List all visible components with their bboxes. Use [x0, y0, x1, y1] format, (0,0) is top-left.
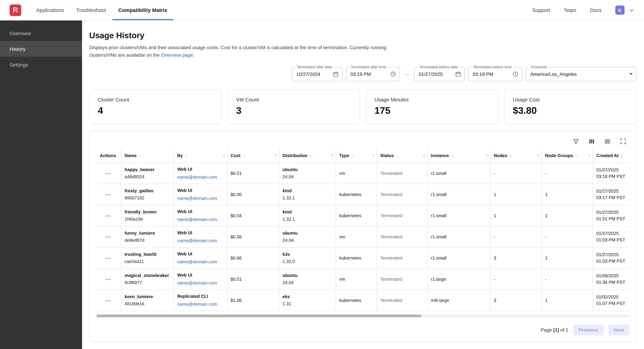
creator-email-link[interactable]: name@domain.com [177, 259, 217, 265]
column-header-cost[interactable]: Cost↑↓= [227, 148, 279, 163]
column-resize-icon[interactable]: = [331, 153, 334, 158]
overview-page-link[interactable]: Overview page [161, 52, 193, 57]
column-header-nodes[interactable]: Nodes↑↓= [490, 148, 542, 163]
column-header-node_groups[interactable]: Node Groups↑↓= [542, 148, 593, 163]
created-by: Web UI [177, 187, 224, 194]
nav-item-label: Compatibility Matrix [118, 7, 167, 13]
clock-icon[interactable] [390, 71, 396, 77]
creator-email-link[interactable]: name@domain.com [177, 195, 217, 202]
calendar-icon[interactable] [332, 71, 339, 77]
creator-email-link[interactable]: name@domain.com [177, 216, 217, 223]
nav-item-support[interactable]: Support [532, 7, 550, 13]
usage-history-table: ActionsName↑↓By↑↓=Cost↑↓=Distribution↑↓=… [96, 148, 629, 311]
created-time: 01:51 PM PST [596, 216, 629, 222]
field-label: Terminated after date [295, 65, 334, 69]
distribution-name: ubuntu [282, 230, 332, 237]
node-groups-count: - [545, 234, 546, 239]
nav-item-applications[interactable]: Applications [30, 0, 70, 20]
instance-type: r1.small [431, 171, 446, 176]
field-label: Terminated after time [349, 65, 388, 69]
distribution-name: ubuntu [282, 272, 332, 279]
filter-bar: Terminated after date 10/27/2024 Termina… [89, 67, 636, 81]
terminated-before-date-input[interactable]: Terminated before date 01/27/2025 [414, 67, 465, 81]
column-header-actions[interactable]: Actions [96, 148, 121, 163]
terminated-after-time-input[interactable]: Terminated after time 03:19 PM [346, 67, 400, 81]
row-actions-button[interactable]: ••• [106, 214, 112, 218]
scrollbar-thumb[interactable] [96, 315, 422, 317]
filter-icon[interactable] [572, 138, 580, 145]
column-resize-icon[interactable]: = [423, 153, 426, 158]
status-badge: Terminated [380, 277, 402, 282]
row-actions-button[interactable]: ••• [106, 192, 112, 197]
column-header-created_at[interactable]: Created At↓ [593, 148, 629, 163]
sidebar-item-history[interactable]: History [0, 41, 82, 57]
column-header-distribution[interactable]: Distribution↑↓= [279, 148, 336, 163]
column-header-status[interactable]: Status↑↓= [377, 148, 427, 163]
row-actions-button[interactable]: ••• [106, 256, 112, 260]
nav-item-docs[interactable]: Docs [590, 7, 602, 13]
node-groups-count: - [545, 277, 546, 282]
sidebar-item-settings[interactable]: Settings [0, 57, 82, 72]
replicated-logo[interactable]: R [10, 4, 21, 16]
creator-email-link[interactable]: name@domain.com [177, 301, 217, 308]
cluster-id: a48d9324 [124, 174, 170, 180]
fullscreen-icon[interactable] [620, 138, 626, 145]
next-page-button[interactable]: Next [608, 325, 629, 335]
horizontal-scrollbar[interactable] [96, 315, 629, 317]
terminated-after-date-input[interactable]: Terminated after date 10/27/2024 [292, 67, 342, 81]
cluster-id: 4819de16 [124, 301, 170, 307]
clock-icon[interactable] [512, 71, 518, 77]
creator-email-link[interactable]: name@domain.com [177, 280, 217, 287]
created-by: Web UI [177, 272, 224, 279]
user-menu[interactable]: K [615, 5, 634, 15]
stat-label: Cluster Count [98, 97, 213, 103]
pagination: Page [1] of 1 Previous Next [96, 325, 629, 335]
timezone-select[interactable]: Timezone America/Los_Angeles [526, 67, 636, 81]
cluster-id: fe3f8977 [124, 280, 170, 286]
nav-item-team[interactable]: Team [564, 7, 576, 13]
cluster-name: trusting_leavitt [124, 251, 170, 258]
cluster-id: cae5ea11 [124, 258, 170, 265]
status-badge: Terminated [380, 234, 402, 239]
terminated-before-time-input[interactable]: Terminated before time 03:19 PM [468, 67, 522, 81]
stat-value: $3.80 [513, 105, 628, 116]
column-resize-icon[interactable]: = [274, 153, 277, 158]
column-header-type[interactable]: Type↑↓= [336, 148, 377, 163]
column-resize-icon[interactable]: = [222, 153, 225, 158]
sidebar-item-overview[interactable]: Overview [0, 25, 82, 41]
row-actions-button[interactable]: ••• [106, 235, 112, 239]
column-resize-icon[interactable]: = [372, 153, 375, 158]
dropdown-caret-icon [629, 73, 633, 75]
creator-email-link[interactable]: name@domain.com [177, 238, 217, 244]
nav-item-compatibility-matrix[interactable]: Compatibility Matrix [112, 0, 174, 20]
cluster-id: de9ed87d [124, 237, 170, 244]
column-resize-icon[interactable]: = [537, 153, 540, 158]
nodes-count: 1 [494, 213, 496, 218]
column-header-instance[interactable]: Instance↑↓= [427, 148, 490, 163]
nodes-count: - [494, 277, 495, 282]
creator-email-link[interactable]: name@domain.com [177, 174, 217, 181]
columns-icon[interactable] [588, 138, 595, 145]
type-value: vm [339, 171, 345, 176]
created-by: Web UI [177, 251, 224, 257]
table-row: ••• keen_lumiere4819de16 Replicated CLIn… [96, 290, 629, 311]
table-row: ••• frosty_galileo995b7182 Web UIname@do… [96, 184, 629, 205]
cost-value: $0.66 [230, 255, 242, 260]
column-header-by[interactable]: By↑↓= [174, 148, 227, 163]
instance-type: r1.small [431, 192, 446, 197]
density-icon[interactable] [604, 138, 611, 145]
sidebar: Overview History Settings [0, 20, 82, 349]
column-resize-icon[interactable]: = [588, 153, 591, 158]
row-actions-button[interactable]: ••• [106, 171, 112, 175]
created-time: 03:18 PM PST [596, 173, 629, 180]
row-actions-button[interactable]: ••• [106, 277, 112, 281]
column-header-name[interactable]: Name↑↓ [121, 148, 174, 163]
previous-page-button[interactable]: Previous [573, 325, 604, 335]
calendar-icon[interactable] [455, 71, 461, 77]
nav-item-troubleshoot[interactable]: Troubleshoot [70, 0, 112, 20]
column-resize-icon[interactable]: = [486, 153, 488, 158]
row-actions-button[interactable]: ••• [106, 298, 112, 302]
status-badge: Terminated [380, 298, 402, 303]
created-date: 01/27/2025 [596, 167, 629, 173]
node-groups-count: 1 [545, 298, 548, 303]
